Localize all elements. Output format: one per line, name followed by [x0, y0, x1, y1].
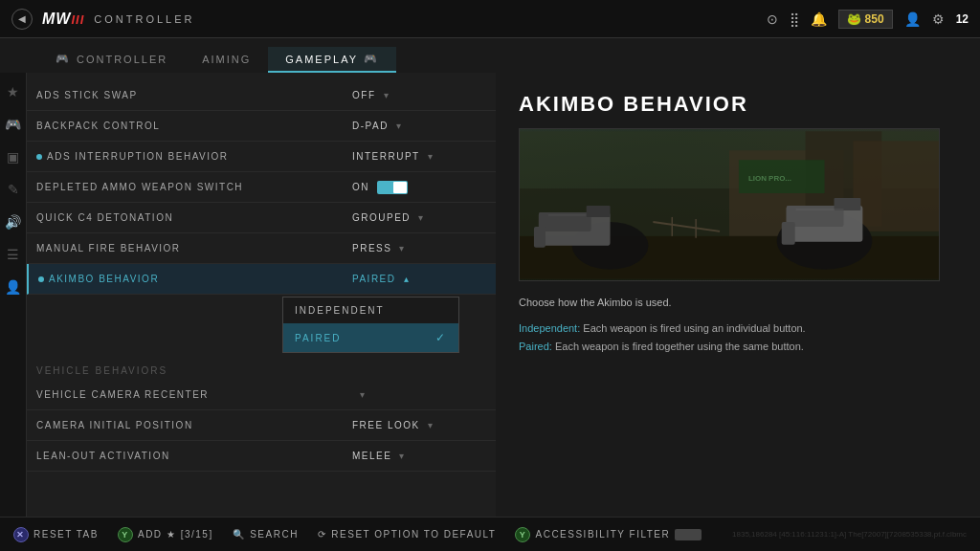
setting-depleted-ammo[interactable]: DEPLETED AMMO WEAPON SWITCH ON — [27, 172, 496, 203]
settings-icon[interactable]: ⚙ — [932, 11, 945, 27]
setting-value: GROUPED ▾ — [352, 212, 486, 223]
option-desc-independent: Each weapon is fired using an individual… — [583, 322, 805, 334]
reset-option-action[interactable]: ⟳ RESET OPTION TO DEFAULT — [318, 529, 497, 540]
reset-option-label: RESET OPTION TO DEFAULT — [331, 529, 496, 540]
sidebar-user-icon[interactable]: 👤 — [4, 277, 23, 297]
tabs-bar: 🎮 CONTROLLER AIMING GAMEPLAY 🎮 — [0, 38, 980, 73]
sidebar-edit-icon[interactable]: ✎ — [4, 180, 23, 199]
player-level: 12 — [956, 12, 969, 26]
sidebar-icons: ★ 🎮 ▣ ✎ 🔊 ☰ 👤 — [0, 73, 27, 517]
dropdown-label-independent: INDEPENDENT — [295, 305, 385, 316]
top-bar-left: ◀ MWIII CONTROLLER — [11, 9, 194, 30]
chevron-down-icon: ▾ — [418, 212, 425, 223]
setting-lean-out[interactable]: LEAN-OUT ACTIVATION MELEE ▾ — [27, 441, 496, 472]
settings-panel: ADS STICK SWAP OFF ▾ BACKPACK CONTROL D-… — [27, 73, 496, 517]
option-name-paired: Paired: — [519, 341, 552, 352]
setting-label: ADS INTERRUPTION BEHAVIOR — [36, 151, 352, 162]
toggle-switch[interactable] — [377, 181, 408, 194]
chevron-down-icon: ▾ — [399, 451, 406, 461]
currency-display: 🐸 850 — [838, 10, 893, 29]
setting-value: ▾ — [352, 389, 486, 400]
setting-label: CAMERA INITIAL POSITION — [36, 420, 352, 430]
back-icon: ◀ — [18, 13, 26, 24]
dropdown-item-paired[interactable]: PAIRED ✓ — [283, 323, 458, 352]
info-option-independent: Independent: Each weapon is fired using … — [519, 320, 957, 339]
chevron-down-icon: ▾ — [428, 420, 434, 430]
sidebar-star-icon[interactable]: ★ — [4, 82, 23, 101]
setting-ads-stick-swap[interactable]: ADS STICK SWAP OFF ▾ — [27, 80, 496, 111]
chevron-down-icon: ▾ — [360, 389, 367, 400]
setting-value: PRESS ▾ — [352, 243, 486, 253]
x-button-icon: ✕ — [13, 527, 29, 542]
sidebar-menu-icon[interactable]: ☰ — [4, 245, 23, 264]
dropdown-label-paired: PAIRED — [295, 333, 342, 343]
akimbo-dropdown: INDEPENDENT PAIRED ✓ — [282, 297, 459, 353]
bottom-actions: ✕ RESET TAB Y ADD ★ [3/15] 🔍 SEARCH ⟳ RE… — [13, 527, 702, 542]
setting-value: MELEE ▾ — [352, 451, 486, 461]
sidebar-extra-icon[interactable]: ▣ — [4, 147, 23, 166]
svg-rect-20 — [782, 221, 795, 244]
svg-rect-19 — [835, 198, 861, 210]
setting-label: AKIMBO BEHAVIOR — [38, 274, 352, 284]
setting-value: D-PAD ▾ — [352, 121, 486, 131]
search-icon: 🔍 — [233, 529, 246, 540]
sidebar-audio-icon[interactable]: 🔊 — [4, 212, 23, 231]
setting-value: INTERRUPT ▾ — [352, 151, 486, 162]
tab-gameplay[interactable]: GAMEPLAY 🎮 — [268, 47, 396, 73]
svg-rect-4 — [853, 141, 939, 231]
setting-camera-position[interactable]: CAMERA INITIAL POSITION FREE LOOK ▾ — [27, 410, 496, 441]
currency-amount: 850 — [865, 12, 884, 26]
setting-ads-interruption[interactable]: ADS INTERRUPTION BEHAVIOR INTERRUPT ▾ — [27, 142, 496, 172]
setting-label: QUICK C4 DETONATION — [36, 212, 352, 223]
setting-vehicle-camera[interactable]: VEHICLE CAMERA RECENTER ▾ — [27, 380, 496, 410]
setting-value: OFF ▾ — [352, 90, 486, 100]
add-star-action[interactable]: Y ADD ★ [3/15] — [118, 527, 213, 542]
setting-quick-c4[interactable]: QUICK C4 DETONATION GROUPED ▾ — [27, 203, 496, 233]
page-title: CONTROLLER — [94, 13, 194, 25]
dropdown-item-independent[interactable]: INDEPENDENT — [283, 298, 458, 323]
profile-icon[interactable]: ⊙ — [767, 11, 778, 27]
vehicle-section-header: VEHICLE BEHAVIORS — [27, 358, 496, 380]
setting-label: ADS STICK SWAP — [36, 90, 352, 100]
chevron-down-icon: ▾ — [428, 151, 434, 162]
accessibility-label: ACCESSIBILITY FILTER — [535, 529, 670, 540]
svg-rect-16 — [534, 226, 546, 247]
setting-label: VEHICLE CAMERA RECENTER — [36, 389, 352, 400]
setting-manual-fire[interactable]: MANUAL FIRE BEHAVIOR PRESS ▾ — [27, 233, 496, 264]
setting-label: MANUAL FIRE BEHAVIOR — [36, 243, 352, 253]
gameplay-tab-label: GAMEPLAY — [285, 54, 358, 65]
accessibility-action[interactable]: Y ACCESSIBILITY FILTER — [515, 527, 702, 542]
tab-controller[interactable]: 🎮 CONTROLLER — [38, 47, 185, 73]
gameplay-tab-icon: 🎮 — [364, 53, 379, 65]
setting-value: FREE LOOK ▾ — [352, 420, 486, 430]
chevron-up-icon: ▴ — [404, 274, 411, 284]
option-desc-paired: Each weapon is fired together using the … — [555, 341, 804, 352]
info-option-paired: Paired: Each weapon is fired together us… — [519, 338, 957, 357]
logo-text: MWIII — [42, 11, 84, 28]
accessibility-toggle[interactable] — [675, 529, 702, 540]
search-label: SEARCH — [250, 529, 299, 540]
profile2-icon[interactable]: 👤 — [904, 11, 921, 27]
back-button[interactable]: ◀ — [11, 9, 33, 30]
currency-emoji: 🐸 — [847, 12, 861, 26]
svg-text:LION PRO...: LION PRO... — [748, 174, 791, 183]
reset-tab-action[interactable]: ✕ RESET TAB — [13, 527, 99, 542]
weapon-scene-svg: LION PRO... — [520, 131, 939, 279]
top-bar-right: ⊙ ⣿ 🔔 🐸 850 👤 ⚙ 12 — [767, 10, 969, 29]
grid-icon[interactable]: ⣿ — [790, 11, 799, 27]
aiming-tab-label: AIMING — [202, 54, 251, 65]
setting-backpack-control[interactable]: BACKPACK CONTROL D-PAD ▾ — [27, 111, 496, 142]
sidebar-controller-icon[interactable]: 🎮 — [4, 115, 23, 134]
y-button-icon: Y — [118, 527, 133, 542]
setting-label: LEAN-OUT ACTIVATION — [36, 451, 352, 461]
coordinates-text: 1835,186284 [45:116:11231:1]-A] The[7200… — [732, 530, 967, 539]
chevron-down-icon: ▾ — [396, 121, 403, 131]
controller-tab-icon: 🎮 — [56, 53, 71, 65]
tab-aiming[interactable]: AIMING — [185, 48, 268, 73]
setting-akimbo-behavior[interactable]: AKIMBO BEHAVIOR PAIRED ▴ — [27, 264, 496, 295]
search-action[interactable]: 🔍 SEARCH — [233, 529, 299, 540]
toggle-thumb — [393, 182, 407, 193]
controller-tab-label: CONTROLLER — [77, 54, 167, 65]
info-description: Choose how the Akimbo is used. — [519, 295, 957, 312]
bell-icon[interactable]: 🔔 — [811, 11, 827, 27]
